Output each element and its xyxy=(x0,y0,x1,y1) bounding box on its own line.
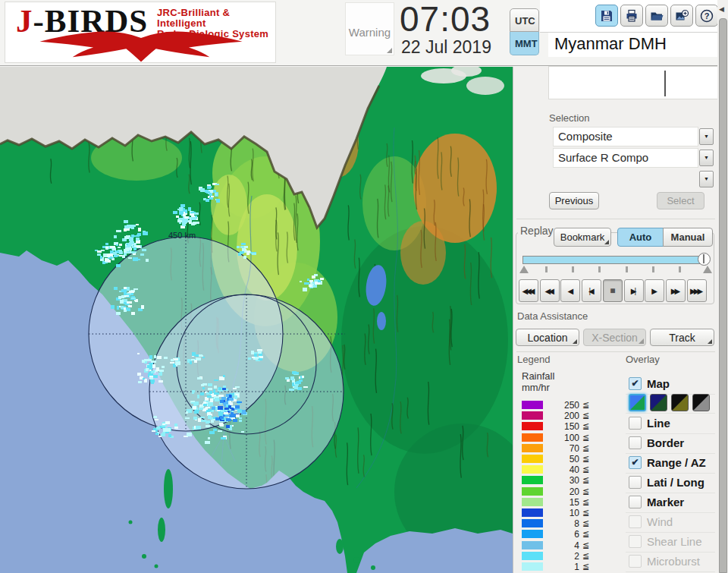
separator xyxy=(516,351,715,352)
overlay-item-microburst[interactable]: Microburst xyxy=(626,553,715,572)
printer-icon xyxy=(624,8,639,24)
legend-value: 50 xyxy=(544,454,579,464)
help-button[interactable]: ? xyxy=(695,5,718,27)
dropdown-caret-button[interactable]: ▼ xyxy=(699,150,714,166)
lte-symbol: ≦ xyxy=(582,551,589,561)
overlay-item-label: Range / AZ xyxy=(647,456,706,469)
x-section-button[interactable]: X-Section xyxy=(583,329,646,346)
legend-value: 250 xyxy=(544,400,579,411)
dropdown-grip-icon xyxy=(708,339,712,344)
legend-row-250: 250≦ xyxy=(522,400,613,410)
legend-value: 2 xyxy=(544,551,579,562)
legend-row-50: 50≦ xyxy=(522,454,613,464)
panel-splitter: ◀ xyxy=(717,0,728,573)
lte-symbol: ≦ xyxy=(582,497,589,507)
dropdown-value[interactable] xyxy=(553,169,698,189)
bookmark-button[interactable]: Bookmark xyxy=(554,228,611,247)
overlay-item-label: Line xyxy=(647,417,670,430)
play-forward-button[interactable]: ▶ xyxy=(645,279,664,302)
resize-grip-icon xyxy=(387,48,392,53)
lte-symbol: ≦ xyxy=(582,518,589,528)
map-style-swatch-4[interactable] xyxy=(692,394,710,411)
checkbox-icon[interactable] xyxy=(629,476,642,489)
overlay-item-shear-line[interactable]: Shear Line xyxy=(626,533,715,553)
save-button[interactable] xyxy=(595,5,618,27)
overlay-item-wind[interactable]: Wind xyxy=(626,513,715,533)
tz-mmt-button[interactable]: MMT xyxy=(510,32,539,55)
dropdown-grip-icon xyxy=(604,240,609,244)
legend-row-15: 15≦ xyxy=(522,497,613,507)
command-input[interactable] xyxy=(548,66,720,99)
splitter-handle[interactable] xyxy=(719,18,727,573)
overlay-item-marker[interactable]: Marker xyxy=(626,493,715,513)
overlay-item-lati-long[interactable]: Lati / Long xyxy=(626,474,715,493)
dropdown-caret-button[interactable]: ▼ xyxy=(699,171,714,187)
legend-row-30: 30≦ xyxy=(522,475,613,485)
legend-value: 1 xyxy=(544,562,579,572)
legend-row-2: 2≦ xyxy=(522,551,613,561)
replay-slider-track[interactable] xyxy=(522,256,704,264)
open-folder-button[interactable] xyxy=(645,5,668,27)
select-button[interactable]: Select xyxy=(657,192,704,209)
checkbox-checked-icon[interactable]: ✔ xyxy=(629,456,642,469)
slider-end-marker xyxy=(703,266,712,273)
previous-button[interactable]: Previous xyxy=(549,192,599,209)
step-backward-button[interactable]: |◀ xyxy=(582,279,601,302)
jump-to-end-button[interactable]: ▶▶▶ xyxy=(687,279,707,302)
jbirds-window: J-BIRDS JRC-Brilliant & Intelligent Rada… xyxy=(0,0,728,573)
dropdown-value[interactable]: Surface R Compo xyxy=(553,148,698,168)
lte-symbol: ≦ xyxy=(582,475,589,485)
toolbar: ? xyxy=(595,5,718,27)
overlay-item-border[interactable]: Border xyxy=(626,434,715,454)
capture-image-button[interactable] xyxy=(670,5,693,27)
lte-symbol: ≦ xyxy=(582,562,589,571)
warning-button[interactable]: Warning xyxy=(345,2,394,55)
auto-mode-button[interactable]: Auto xyxy=(617,228,664,247)
dropdown-value[interactable]: Composite xyxy=(553,127,698,146)
slider-tick xyxy=(679,266,681,272)
legend-row-10: 10≦ xyxy=(522,508,613,518)
dropdown-caret-button[interactable]: ▼ xyxy=(699,128,714,145)
radar-map[interactable]: 450 km xyxy=(0,67,513,573)
jump-to-start-button[interactable]: ◀◀◀ xyxy=(519,279,538,302)
checkbox-icon[interactable] xyxy=(629,496,642,508)
location-button[interactable]: Location xyxy=(516,329,579,346)
map-style-swatch-3[interactable] xyxy=(671,394,689,411)
legend-value: 8 xyxy=(544,518,579,529)
print-button[interactable] xyxy=(620,5,643,27)
legend-row-8: 8≦ xyxy=(522,518,613,528)
fast-forward-button[interactable]: ▶▶ xyxy=(666,279,686,302)
overlay-item-line[interactable]: Line xyxy=(626,414,715,434)
play-backward-button[interactable]: ◀ xyxy=(560,279,580,302)
replay-slider-thumb[interactable] xyxy=(698,253,711,266)
track-button[interactable]: Track xyxy=(650,329,714,346)
checkbox-checked-icon[interactable]: ✔ xyxy=(629,377,642,390)
legend-swatch xyxy=(522,498,543,506)
checkbox-icon[interactable] xyxy=(629,417,642,430)
slider-start-marker xyxy=(519,266,529,273)
legend-unit-title: Rainfall xyxy=(522,370,554,382)
manual-mode-button[interactable]: Manual xyxy=(663,228,713,247)
data-assistance-label: Data Assistance xyxy=(517,310,588,322)
tz-utc-button[interactable]: UTC xyxy=(510,8,539,32)
overlay-item-map[interactable]: ✔Map xyxy=(626,375,715,395)
step-forward-button[interactable]: ▶| xyxy=(624,279,644,302)
lte-symbol: ≦ xyxy=(582,540,589,550)
checkbox-icon[interactable] xyxy=(629,436,642,449)
overlay-item-range-az[interactable]: ✔Range / AZ xyxy=(626,454,715,474)
legend-swatch xyxy=(522,552,543,560)
checkbox-icon[interactable] xyxy=(629,515,642,528)
checkbox-icon[interactable] xyxy=(629,535,642,548)
legend-value: 15 xyxy=(544,497,579,508)
legend-swatch xyxy=(522,422,543,430)
map-style-swatch-2[interactable] xyxy=(650,394,667,411)
legend-row-150: 150≦ xyxy=(522,421,613,431)
stop-button[interactable]: ■ xyxy=(603,279,623,302)
fast-rewind-button[interactable]: ◀◀ xyxy=(540,279,560,302)
lte-symbol: ≦ xyxy=(582,454,589,464)
collapse-panel-arrow-icon[interactable]: ◀ xyxy=(719,5,724,13)
checkbox-icon[interactable] xyxy=(629,555,642,568)
map-style-swatch-1[interactable] xyxy=(629,394,646,411)
lte-symbol: ≦ xyxy=(582,433,589,442)
legend-row-4: 4≦ xyxy=(522,540,613,550)
